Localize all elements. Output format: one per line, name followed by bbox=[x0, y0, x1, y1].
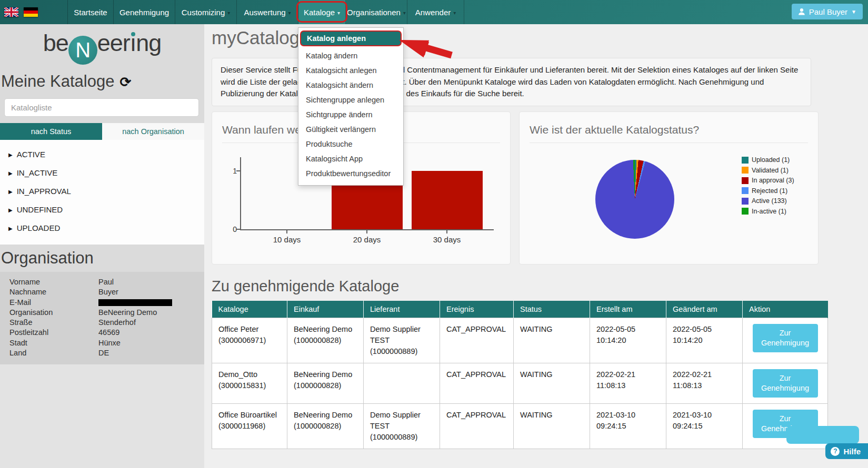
chevron-down-icon: ▾ bbox=[403, 10, 406, 16]
page-title: myCatalog bbox=[212, 27, 300, 48]
sidebar-title: Meine Kataloge⟳ bbox=[0, 65, 204, 91]
question-mark-icon: ? bbox=[831, 447, 840, 456]
table-row: Demo_Otto(3000015831)BeNeering Demo(1000… bbox=[212, 363, 828, 404]
menu-item-katalogsicht-app[interactable]: Katalogsicht App bbox=[298, 151, 403, 166]
menu-item-produktbewertungseditor[interactable]: Produktbewertungseditor bbox=[298, 166, 403, 181]
menu-item-g-ltigkeit-verl-ngern[interactable]: Gültigkeit verlängern bbox=[298, 122, 403, 137]
column-header-status: Status bbox=[514, 301, 590, 318]
nav-item-customizing[interactable]: Customizing▾ bbox=[175, 0, 237, 24]
german-flag-icon[interactable] bbox=[24, 7, 38, 17]
triangle-right-icon: ▶ bbox=[8, 189, 13, 195]
user-menu-button[interactable]: Paul Buyer ▼ bbox=[792, 4, 863, 19]
status-filter-active[interactable]: ▶ACTIVE bbox=[0, 145, 204, 164]
menu-item-katalog-anlegen[interactable]: Katalog anlegen bbox=[300, 30, 402, 46]
menu-item-katalogsicht-ndern[interactable]: Katalogsicht ändern bbox=[298, 78, 403, 93]
redacted-email bbox=[98, 299, 172, 306]
table-header-row: KatalogeEinkaufLieferantEreignisStatusEr… bbox=[212, 301, 828, 318]
chevron-down-icon: ▾ bbox=[288, 10, 291, 16]
bar-30-days bbox=[412, 171, 483, 229]
user-icon bbox=[798, 8, 805, 15]
legend-swatch bbox=[742, 157, 749, 164]
status-filter-in_active[interactable]: ▶IN_ACTIVE bbox=[0, 164, 204, 182]
chevron-down-icon: ▾ bbox=[337, 10, 340, 16]
sidebar-tabs: nach Status nach Organisation bbox=[0, 123, 204, 140]
logo-text-pre: be bbox=[43, 29, 68, 56]
org-field-stra-e: StraßeStenderhof bbox=[0, 318, 204, 328]
y-tickmark bbox=[236, 229, 240, 230]
status-filter-in_approval[interactable]: ▶IN_APPROVAL bbox=[0, 182, 204, 200]
organisation-heading: Organisation bbox=[0, 245, 204, 272]
organisation-details: VornamePaulNachnameBuyerE-MailOrganisati… bbox=[0, 272, 204, 364]
chevron-down-icon: ▼ bbox=[851, 9, 856, 15]
status-filter-list: ▶ACTIVE▶IN_ACTIVE▶IN_APPROVAL▶UNDEFINED▶… bbox=[0, 140, 204, 245]
menu-item-katalog-ndern[interactable]: Katalog ändern bbox=[298, 48, 403, 63]
column-header-kataloge: Kataloge bbox=[212, 301, 287, 318]
org-field-organisation: OrganisationBeNeering Demo bbox=[0, 308, 204, 318]
table-row: Office Peter(3000006971)BeNeering Demo(1… bbox=[212, 318, 828, 363]
status-filter-undefined[interactable]: ▶UNDEFINED bbox=[0, 200, 204, 219]
legend-item: Active (133) bbox=[742, 197, 794, 205]
org-field-e-mail: E-Mail bbox=[0, 298, 204, 308]
tab-nach-organisation[interactable]: nach Organisation bbox=[102, 123, 204, 140]
column-header-ereignis: Ereignis bbox=[440, 301, 514, 318]
logo-n-circle: N bbox=[68, 36, 97, 65]
logo-text-end: ng bbox=[136, 29, 161, 56]
org-field-postleitzahl: Postleitzahl46569 bbox=[0, 328, 204, 338]
approval-table: KatalogeEinkaufLieferantEreignisStatusEr… bbox=[212, 301, 828, 449]
legend-item: In approval (3) bbox=[742, 177, 794, 184]
column-header-aktion: Aktion bbox=[743, 301, 828, 318]
menu-item-sichtengruppe-anlegen[interactable]: Sichtengruppe anlegen bbox=[298, 93, 403, 107]
zur-genehmigung-button[interactable]: Zur Genehmigung bbox=[753, 324, 818, 352]
chevron-down-icon: ▾ bbox=[227, 10, 230, 16]
nav-item-kataloge[interactable]: Kataloge▾ bbox=[298, 0, 346, 24]
triangle-right-icon: ▶ bbox=[8, 170, 13, 176]
zur-genehmigung-button[interactable]: Zur Genehmigung bbox=[753, 369, 818, 398]
triangle-right-icon: ▶ bbox=[8, 226, 13, 231]
nav-item-startseite[interactable]: Startseite bbox=[67, 0, 114, 24]
status-filter-uploaded[interactable]: ▶UPLOADED bbox=[0, 219, 204, 237]
logo-text-post: eer bbox=[97, 29, 130, 56]
triangle-right-icon: ▶ bbox=[8, 207, 13, 213]
legend-swatch bbox=[742, 177, 749, 184]
menu-item-sichtgruppe-ndern[interactable]: Sichtgruppe ändern bbox=[298, 107, 403, 122]
nav-item-genehmigung[interactable]: Genehmigung bbox=[114, 0, 175, 24]
x-label: 20 days bbox=[346, 235, 388, 244]
chevron-down-icon: ▾ bbox=[453, 10, 456, 16]
sidebar: beNeerıng Meine Kataloge⟳ nach Status na… bbox=[0, 24, 204, 468]
column-header-erstellt-am: Erstellt am bbox=[590, 301, 666, 318]
user-name: Paul Buyer bbox=[809, 7, 847, 16]
status-chart-panel: Wie ist der aktuelle Katalogstatus? Uplo… bbox=[519, 111, 819, 264]
language-switcher bbox=[4, 7, 38, 17]
divider bbox=[530, 143, 808, 143]
refresh-icon[interactable]: ⟳ bbox=[119, 74, 131, 90]
help-button[interactable]: ? Hilfe bbox=[825, 443, 868, 459]
nav-item-anwender[interactable]: Anwender▾ bbox=[407, 0, 464, 24]
org-field-nachname: NachnameBuyer bbox=[0, 287, 204, 297]
triangle-right-icon: ▶ bbox=[8, 152, 13, 158]
pie-chart-title: Wie ist der aktuelle Katalogstatus? bbox=[520, 112, 818, 143]
catalog-search-input[interactable] bbox=[4, 98, 199, 117]
nav-item-organisationen[interactable]: Organisationen▾ bbox=[346, 0, 407, 24]
floating-button-partial[interactable] bbox=[786, 426, 859, 444]
menu-item-produktsuche[interactable]: Produktsuche bbox=[298, 137, 403, 151]
nav-item-auswertung[interactable]: Auswertung▾ bbox=[237, 0, 298, 24]
legend-item: Validated (1) bbox=[742, 167, 794, 174]
uk-flag-icon[interactable] bbox=[4, 7, 18, 17]
legend-item: In-active (1) bbox=[742, 208, 794, 215]
legend-swatch bbox=[742, 208, 749, 215]
logo-i-dot: ı bbox=[130, 29, 136, 56]
org-field-vorname: VornamePaul bbox=[0, 277, 204, 287]
approval-table-title: Zu genehmigende Kataloge bbox=[212, 278, 399, 295]
column-header-ge-ndert-am: Geändert am bbox=[666, 301, 743, 318]
main-menu: StartseiteGenehmigungCustomizing▾Auswert… bbox=[67, 0, 464, 24]
y-tick-0: 0 bbox=[230, 225, 237, 233]
table-row: Office Büroartikel(3000011968)BeNeering … bbox=[212, 404, 828, 449]
column-header-einkauf: Einkauf bbox=[287, 301, 364, 318]
legend-swatch bbox=[742, 198, 749, 205]
org-field-stadt: StadtHünxe bbox=[0, 338, 204, 348]
tab-nach-status[interactable]: nach Status bbox=[0, 123, 102, 140]
y-tick-1: 1 bbox=[230, 167, 237, 175]
help-label: Hilfe bbox=[843, 447, 861, 456]
y-tickmark bbox=[236, 170, 240, 171]
menu-item-katalogsicht-anlegen[interactable]: Katalogsicht anlegen bbox=[298, 63, 403, 78]
